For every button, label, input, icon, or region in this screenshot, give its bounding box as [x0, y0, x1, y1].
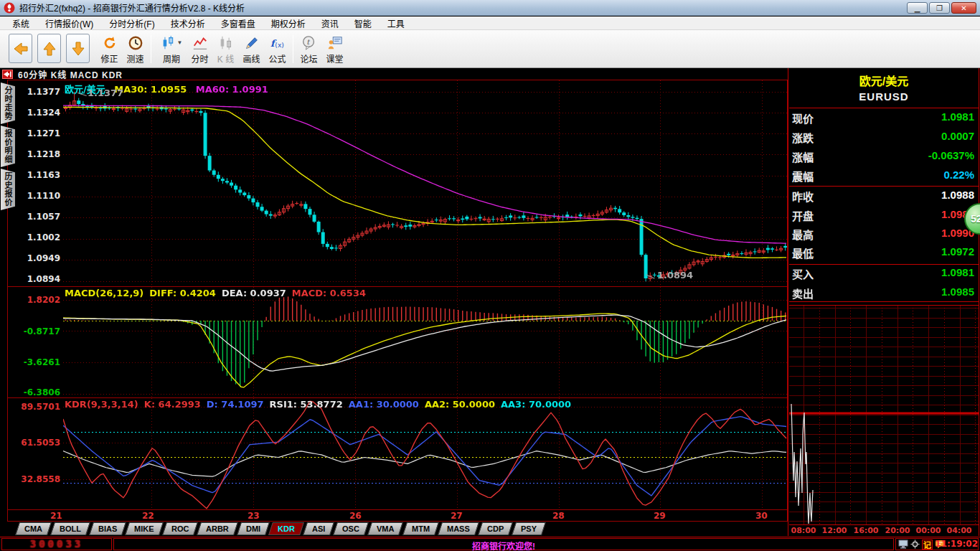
menu-item-0[interactable]: 系统	[4, 17, 37, 29]
indicator-tab-arbr[interactable]: ARBR	[197, 522, 238, 535]
x-axis-label: 30	[755, 511, 768, 521]
mini-frame-line	[789, 524, 979, 525]
application-window: 招行外汇2(fxhq2) - 招商银行外汇通行情分析V2.8 - K线分析 ▁ …	[0, 0, 980, 551]
indicator-tab-label: DMI	[246, 524, 260, 533]
indicator-tab-mike[interactable]: MIKE	[125, 522, 163, 535]
main-kline-canvas[interactable]	[63, 80, 787, 286]
titlebar: 招行外汇2(fxhq2) - 招商银行外汇通行情分析V2.8 - K线分析 ▁ …	[0, 0, 980, 16]
cmb-logo-icon	[4, 2, 15, 14]
refresh-icon	[102, 35, 118, 51]
menu-item-2[interactable]: 分时分析(F)	[101, 17, 162, 29]
mini-time-label: 00:00	[914, 526, 943, 535]
ma60-label: MA60: 1.0991	[196, 84, 268, 95]
macd-canvas[interactable]	[63, 287, 787, 397]
classroom-button[interactable]: 课堂	[323, 34, 347, 65]
quote-row-value: 1.0981	[941, 266, 974, 278]
indicator-tab-label: KDR	[278, 524, 295, 533]
line-chart-icon	[192, 35, 208, 51]
menu-item-1[interactable]: 行情报价(W)	[37, 17, 101, 29]
macd-axis-label: -6.3806	[11, 387, 60, 397]
panel-divider	[788, 68, 788, 536]
indicator-tab-label: ROC	[171, 524, 189, 533]
speedtest-button[interactable]: 测速	[123, 34, 147, 65]
period-button[interactable]: ▼ 周期	[156, 34, 187, 65]
indicator-tab-cma[interactable]: CMA	[15, 522, 52, 535]
indicator-tab-label: OSC	[342, 524, 359, 533]
indicator-tab-osc[interactable]: OSC	[333, 522, 369, 535]
bubble-count: 52	[971, 213, 980, 225]
quote-row: 卖出1.0985	[792, 286, 976, 303]
restore-button[interactable]: ❐	[929, 2, 950, 14]
kline-button[interactable]: K 线	[214, 34, 237, 65]
indicator-tab-cdp[interactable]: CDP	[478, 522, 513, 535]
led-display: 300033	[1, 538, 112, 550]
kdr_header-part: AA1: 30.0000	[349, 399, 419, 410]
menu-item-6[interactable]: 资讯	[314, 17, 347, 29]
close-button[interactable]: ✕	[951, 2, 976, 14]
formula-button[interactable]: f(x) 公式	[265, 34, 289, 65]
menu-item-5[interactable]: 期权分析	[263, 17, 314, 29]
fx-icon: f(x)	[270, 35, 286, 51]
arrow-up-icon	[41, 40, 58, 57]
quote-row-value: 0.22%	[943, 169, 974, 181]
indicator-tab-bias[interactable]: BIAS	[89, 522, 126, 535]
toolbar: 修正 测速 ▼ 周期 分时 K 线 画线 f(x) 公式	[0, 30, 980, 68]
quote-row-label: 卖出	[792, 286, 814, 301]
indicator-tab-asi[interactable]: ASI	[303, 522, 334, 535]
forum-button[interactable]: t 论坛	[297, 34, 321, 65]
chart-title: 60分钟 K线 MACD KDR	[18, 68, 123, 80]
frame-line	[7, 397, 788, 398]
minimize-button[interactable]: ▁	[907, 2, 928, 14]
quote-separator	[789, 108, 979, 108]
indicator-tab-label: VMA	[377, 524, 394, 533]
quote-row-label: 最高	[792, 227, 814, 242]
back-button[interactable]	[9, 34, 32, 63]
chevron-down-icon: ▼	[177, 39, 183, 46]
indicator-tab-label: ARBR	[206, 524, 229, 533]
indicator-tab-dmi[interactable]: DMI	[237, 522, 270, 535]
intraday-button[interactable]: 分时	[188, 34, 212, 65]
low-annotation: 1.0894	[657, 270, 693, 281]
frame-line	[7, 509, 788, 510]
quote-row: 开盘1.0989	[792, 208, 976, 225]
svg-text:(x): (x)	[275, 41, 284, 49]
indicator-tab-roc[interactable]: ROC	[162, 522, 198, 535]
kdr_header-part: K: 64.2993	[144, 399, 201, 410]
drawline-button[interactable]: 画线	[240, 34, 263, 65]
indicator-tab-mtm[interactable]: MTM	[402, 522, 439, 535]
up-button[interactable]	[37, 34, 61, 63]
menu-item-8[interactable]: 工具	[380, 17, 413, 29]
indicator-tab-label: ASI	[312, 524, 325, 533]
chart-window-icon[interactable]	[2, 70, 13, 79]
kdr-canvas[interactable]	[63, 398, 787, 509]
quote-row-label: 涨跌	[792, 130, 814, 145]
monitor-icon[interactable]	[898, 540, 908, 549]
quote-row: 震幅0.22%	[792, 169, 976, 186]
kdr-axis-label: 89.5701	[11, 402, 60, 412]
menu-item-7[interactable]: 智能	[347, 17, 380, 29]
mini-intraday-canvas[interactable]	[789, 305, 979, 524]
quote-row-label: 现价	[792, 110, 814, 126]
indicator-tab-mass[interactable]: MASS	[438, 522, 479, 535]
menu-item-4[interactable]: 多窗看盘	[213, 17, 263, 29]
arrow-down-icon	[70, 40, 87, 57]
alert-icon[interactable]	[910, 540, 920, 549]
revise-button[interactable]: 修正	[98, 34, 121, 65]
down-button[interactable]	[66, 34, 90, 63]
high-annotation: 1.1377	[88, 88, 123, 98]
indicator-tab-kdr[interactable]: KDR	[268, 522, 304, 535]
kdr_header-part: RSI1: 53.8772	[270, 399, 343, 410]
indicator-tab-psy[interactable]: PSY	[512, 522, 546, 535]
indicator-tab-label: CDP	[487, 524, 504, 533]
indicator-tab-boll[interactable]: BOLL	[50, 522, 90, 535]
quote-row-value: 1.0972	[941, 245, 974, 258]
quote-row: 昨收1.0988	[792, 189, 976, 206]
notes-icon[interactable]: 记	[922, 540, 933, 550]
menu-item-3[interactable]: 技术分析	[163, 17, 213, 29]
price-axis-label: 1.0949	[11, 253, 60, 263]
x-axis-label: 22	[142, 511, 154, 521]
indicator-tab-label: BIAS	[98, 524, 117, 533]
indicator-tab-label: BOLL	[60, 524, 81, 533]
arrow-left-icon	[12, 40, 29, 57]
indicator-tab-vma[interactable]: VMA	[367, 522, 403, 535]
